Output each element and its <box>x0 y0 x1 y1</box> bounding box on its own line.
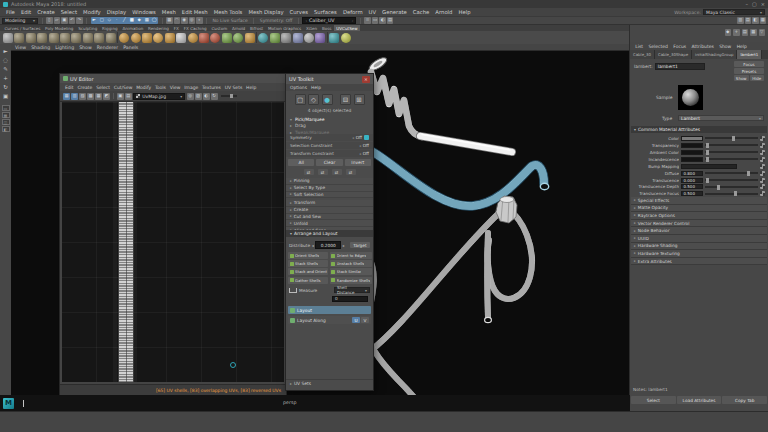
shelf-icon[interactable] <box>37 33 47 43</box>
constraint-row[interactable]: SymmetryOff <box>286 134 373 141</box>
attribute-slider[interactable] <box>705 137 758 139</box>
shelf-icon[interactable] <box>258 33 268 43</box>
texture-map-button[interactable] <box>760 136 765 141</box>
node-tab[interactable]: Cable_30 <box>630 50 655 59</box>
panel-menu-item[interactable]: Show <box>79 45 92 50</box>
refresh-image-icon[interactable]: ↻ <box>211 93 218 100</box>
texture-image-dropdown[interactable]: UvMap.jpg▾ <box>133 93 185 100</box>
distribute-value-field[interactable]: 0.2000 <box>315 241 341 249</box>
image-dim-slider[interactable] <box>221 95 237 97</box>
attribute-slider[interactable] <box>705 193 758 195</box>
texture-map-button[interactable] <box>760 184 765 189</box>
panel-menu-item[interactable]: Shading <box>31 45 50 50</box>
menu-item[interactable]: UV <box>366 9 380 15</box>
select-edge-icon[interactable]: ╱ <box>121 17 128 24</box>
shelf-icon[interactable] <box>270 33 280 43</box>
menu-item[interactable]: Display <box>104 9 130 15</box>
construction-history-icon[interactable]: ≡ <box>364 17 371 24</box>
live-surface-label[interactable]: No Live Surface <box>211 18 250 23</box>
grid-view-icon[interactable]: ▦ <box>750 29 757 36</box>
shelf-icon[interactable] <box>3 33 13 43</box>
attribute-value-field[interactable]: 0.000 <box>681 178 703 183</box>
snap-plane-icon[interactable]: ◎ <box>189 17 196 24</box>
model-selected-tube[interactable] <box>373 152 549 206</box>
attribute-editor-menu-item[interactable]: Selected <box>646 44 670 49</box>
attribute-slider[interactable] <box>705 179 758 181</box>
uv-editor-menu-item[interactable]: Create <box>76 85 95 90</box>
menu-item[interactable]: Create <box>34 9 58 15</box>
shelf-icon[interactable] <box>315 33 325 43</box>
undo-icon[interactable]: ↶ <box>69 17 76 24</box>
toolkit-section[interactable]: Soft Selection <box>286 192 373 199</box>
select-button[interactable]: Invert <box>345 159 371 166</box>
slider-handle[interactable] <box>734 191 737 196</box>
arrange-button[interactable]: Stack Shells <box>288 260 328 267</box>
uv-texture-icon[interactable]: ▧ <box>195 93 202 100</box>
grid-toggle-icon[interactable]: ▦ <box>63 93 70 100</box>
uv-shaded-mode-icon[interactable]: ● <box>322 94 333 105</box>
target-button[interactable]: Target <box>350 242 370 249</box>
material-type-dropdown[interactable]: Lambert▾ <box>678 115 764 121</box>
uv-editor-menu-item[interactable]: Textures <box>200 85 223 90</box>
layout-button[interactable]: Layout <box>288 306 371 314</box>
shelf-icon[interactable] <box>94 33 104 43</box>
shelf-icon[interactable] <box>26 33 36 43</box>
convert-to-vertices-icon[interactable]: ⇄ <box>304 169 314 175</box>
paint-select-tool-icon[interactable]: ✎ <box>2 65 10 73</box>
node-tab[interactable]: lambert1 <box>737 50 762 59</box>
render-settings-icon[interactable]: ▤ <box>387 17 394 24</box>
shaded-uv-icon[interactable]: ▨ <box>79 93 86 100</box>
common-material-attributes-header[interactable]: Common Material Attributes <box>631 126 767 133</box>
maximize-button[interactable]: ▢ <box>752 2 757 7</box>
attribute-section[interactable]: UUID <box>631 235 767 243</box>
snap-curve-icon[interactable]: ◠ <box>174 17 181 24</box>
rubberband-select-icon[interactable]: ◯ <box>151 17 158 24</box>
shelf-icon[interactable] <box>256 32 257 43</box>
shelf-icon[interactable] <box>165 33 175 43</box>
shelf-icon[interactable] <box>131 33 141 43</box>
attribute-section[interactable]: Extra Attributes <box>631 258 767 266</box>
scale-tool-icon[interactable]: ▣ <box>2 92 10 100</box>
select-hierarchy-icon[interactable]: ► <box>91 17 98 24</box>
uv-canvas[interactable] <box>62 102 284 382</box>
menu-set-dropdown[interactable]: Modeling▾ <box>2 18 38 24</box>
slider-handle[interactable] <box>747 171 750 176</box>
checker-display-icon[interactable]: ▦ <box>95 93 102 100</box>
shelf-icon[interactable] <box>210 33 220 43</box>
shelf-icon[interactable] <box>117 32 118 43</box>
layout-axis-button[interactable]: U <box>352 317 360 323</box>
attribute-value-field[interactable]: 0.500 <box>681 184 703 189</box>
shelf-icon[interactable] <box>106 33 116 43</box>
shelf-icon[interactable] <box>341 33 351 43</box>
shelf-icon[interactable] <box>71 33 81 43</box>
select-uv-icon[interactable]: ◆ <box>136 17 143 24</box>
attribute-value-field[interactable] <box>681 143 703 148</box>
uv-toolkit-menu-item[interactable]: Options <box>290 85 307 90</box>
snap-grid-icon[interactable]: ▦ <box>166 17 173 24</box>
node-name-field[interactable]: lambert1 <box>655 63 705 70</box>
texture-border-icon[interactable]: ▩ <box>87 93 94 100</box>
new-scene-icon[interactable]: ▯ <box>46 17 53 24</box>
shelf-icon[interactable] <box>188 33 198 43</box>
shelf-icon[interactable] <box>327 32 328 43</box>
shelf-icon[interactable] <box>293 33 303 43</box>
list-view-icon[interactable]: ▤ <box>742 29 749 36</box>
select-tool-icon[interactable]: ► <box>2 47 10 55</box>
menu-item[interactable]: Deform <box>340 9 366 15</box>
arrange-layout-header[interactable]: Arrange and Layout <box>286 230 373 237</box>
hide-button[interactable]: Hide <box>750 75 765 81</box>
texture-map-button[interactable] <box>760 157 765 162</box>
shelf-icon[interactable] <box>222 33 232 43</box>
select-button[interactable]: Clear <box>316 159 342 166</box>
shelf-icon[interactable] <box>245 33 255 43</box>
single-pane-layout-icon[interactable]: ▭ <box>2 105 10 111</box>
menu-item[interactable]: Generate <box>379 9 410 15</box>
outliner-pane-layout-icon[interactable]: ◧ <box>2 126 10 132</box>
measure-mode-dropdown[interactable]: Shell Distance▾ <box>334 287 370 293</box>
menu-item[interactable]: Arnold <box>432 9 455 15</box>
isolate-select-icon[interactable]: ◎ <box>187 93 194 100</box>
command-line[interactable]: M <box>0 395 630 411</box>
select-object-icon[interactable]: ▢ <box>99 17 106 24</box>
convert-to-shell-icon[interactable]: ⇄ <box>346 169 356 175</box>
texture-map-button[interactable] <box>760 171 765 176</box>
